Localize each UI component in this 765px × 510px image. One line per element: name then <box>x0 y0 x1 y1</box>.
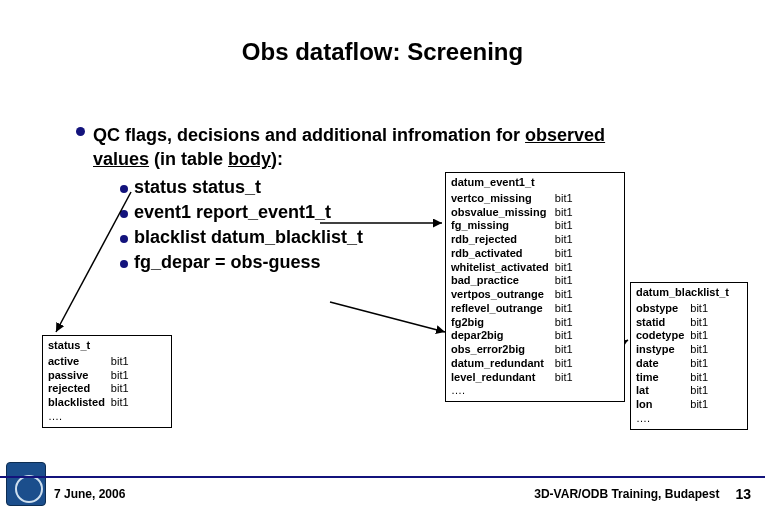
table-row: timebit1 <box>636 371 714 385</box>
footer-date: 7 June, 2006 <box>54 487 125 501</box>
field-name: statid <box>636 316 690 330</box>
table-row: blacklistedbit1 <box>48 396 135 410</box>
ellipsis: …. <box>451 384 619 398</box>
sub-bullet-text: status status_t <box>134 177 261 198</box>
table-row: lonbit1 <box>636 398 714 412</box>
table-row: latbit1 <box>636 384 714 398</box>
field-type: bit1 <box>555 192 579 206</box>
arrow-icon <box>46 192 146 342</box>
table-row: fg2bigbit1 <box>451 316 579 330</box>
table-row: reflevel_outrangebit1 <box>451 302 579 316</box>
sub-bullet: fg_depar = obs-guess <box>120 252 363 273</box>
table-row: depar2bigbit1 <box>451 329 579 343</box>
sub-bullet: status status_t <box>120 177 363 198</box>
field-name: date <box>636 357 690 371</box>
field-table: obstypebit1statidbit1codetypebit1instype… <box>636 302 714 412</box>
field-type: bit1 <box>555 371 579 385</box>
table-row: codetypebit1 <box>636 329 714 343</box>
field-name: time <box>636 371 690 385</box>
sub-bullet-text: event1 report_event1_t <box>134 202 331 223</box>
field-name: lat <box>636 384 690 398</box>
field-name: lon <box>636 398 690 412</box>
field-type: bit1 <box>555 206 579 220</box>
field-type: bit1 <box>555 288 579 302</box>
field-type: bit1 <box>555 316 579 330</box>
status-box: status_t activebit1passivebit1rejectedbi… <box>42 335 172 428</box>
ellipsis: …. <box>636 412 742 426</box>
field-name: bad_practice <box>451 274 555 288</box>
field-type: bit1 <box>690 302 714 316</box>
field-name: codetype <box>636 329 690 343</box>
footer: 7 June, 2006 3D-VAR/ODB Training, Budape… <box>0 476 765 510</box>
field-type: bit1 <box>690 343 714 357</box>
slide-title: Obs dataflow: Screening <box>0 38 765 66</box>
table-row: whitelist_activatedbit1 <box>451 261 579 275</box>
field-name: obstype <box>636 302 690 316</box>
table-row: level_redundantbit1 <box>451 371 579 385</box>
field-name: reflevel_outrange <box>451 302 555 316</box>
table-row: rejectedbit1 <box>48 382 135 396</box>
field-type: bit1 <box>111 355 135 369</box>
field-type: bit1 <box>555 357 579 371</box>
field-type: bit1 <box>555 261 579 275</box>
field-name: instype <box>636 343 690 357</box>
field-name: passive <box>48 369 111 383</box>
field-type: bit1 <box>111 382 135 396</box>
table-row: datebit1 <box>636 357 714 371</box>
table-row: datum_redundantbit1 <box>451 357 579 371</box>
field-name: depar2big <box>451 329 555 343</box>
field-type: bit1 <box>555 274 579 288</box>
field-type: bit1 <box>111 396 135 410</box>
field-type: bit1 <box>690 329 714 343</box>
field-name: fg_missing <box>451 219 555 233</box>
field-name: vertpos_outrange <box>451 288 555 302</box>
svg-line-0 <box>56 192 131 332</box>
datum-event-box: datum_event1_t vertco_missingbit1obsvalu… <box>445 172 625 402</box>
svg-line-2 <box>330 302 445 332</box>
main-text: QC flags, decisions and additional infro… <box>93 123 653 172</box>
ellipsis: …. <box>48 410 166 424</box>
arrow-icon <box>320 213 460 253</box>
field-name: datum_redundant <box>451 357 555 371</box>
field-name: rdb_rejected <box>451 233 555 247</box>
field-name: vertco_missing <box>451 192 555 206</box>
table-row: activebit1 <box>48 355 135 369</box>
field-type: bit1 <box>690 371 714 385</box>
table-row: fg_missingbit1 <box>451 219 579 233</box>
field-name: fg2big <box>451 316 555 330</box>
table-row: instypebit1 <box>636 343 714 357</box>
field-name: blacklisted <box>48 396 111 410</box>
field-name: obsvalue_missing <box>451 206 555 220</box>
table-row: obstypebit1 <box>636 302 714 316</box>
field-table: vertco_missingbit1obsvalue_missingbit1fg… <box>451 192 579 385</box>
sub-bullet-text: fg_depar = obs-guess <box>134 252 321 273</box>
field-type: bit1 <box>555 302 579 316</box>
field-type: bit1 <box>555 219 579 233</box>
field-name: level_redundant <box>451 371 555 385</box>
field-type: bit1 <box>555 343 579 357</box>
blacklist-box: datum_blacklist_t obstypebit1statidbit1c… <box>630 282 748 430</box>
field-name: rdb_activated <box>451 247 555 261</box>
table-row: vertco_missingbit1 <box>451 192 579 206</box>
arrow-icon <box>330 292 460 352</box>
table-row: statidbit1 <box>636 316 714 330</box>
field-type: bit1 <box>690 398 714 412</box>
bullet-icon <box>76 127 85 136</box>
box-header: status_t <box>48 339 166 353</box>
box-header: datum_event1_t <box>451 176 619 190</box>
table-row: passivebit1 <box>48 369 135 383</box>
field-type: bit1 <box>555 329 579 343</box>
field-type: bit1 <box>111 369 135 383</box>
footer-venue: 3D-VAR/ODB Training, Budapest <box>534 487 719 501</box>
field-name: active <box>48 355 111 369</box>
field-type: bit1 <box>690 316 714 330</box>
field-type: bit1 <box>555 233 579 247</box>
field-table: activebit1passivebit1rejectedbit1blackli… <box>48 355 135 410</box>
table-row: rdb_rejectedbit1 <box>451 233 579 247</box>
table-row: bad_practicebit1 <box>451 274 579 288</box>
table-row: obs_error2bigbit1 <box>451 343 579 357</box>
field-type: bit1 <box>690 357 714 371</box>
field-type: bit1 <box>690 384 714 398</box>
table-row: vertpos_outrangebit1 <box>451 288 579 302</box>
page-number: 13 <box>735 486 751 502</box>
